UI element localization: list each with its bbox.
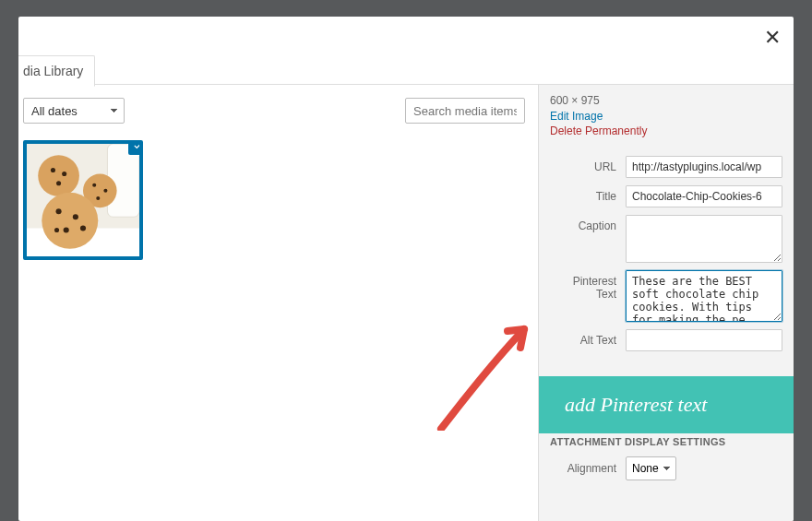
- title-field[interactable]: [626, 185, 782, 207]
- svg-point-5: [42, 193, 98, 249]
- url-label: URL: [550, 156, 626, 173]
- pinterest-text-label: Pinterest Text: [550, 270, 626, 301]
- svg-point-16: [54, 228, 59, 232]
- pinterest-text-field[interactable]: These are the BEST soft chocolate chip c…: [626, 270, 782, 322]
- search-input[interactable]: [405, 98, 525, 124]
- svg-point-11: [96, 196, 100, 200]
- alignment-select[interactable]: None: [626, 456, 676, 480]
- edit-image-link[interactable]: Edit Image: [550, 110, 782, 123]
- url-field[interactable]: [626, 156, 782, 178]
- svg-point-6: [51, 168, 55, 172]
- caption-field[interactable]: [626, 215, 782, 263]
- tab-bar: dia Library: [18, 17, 794, 85]
- display-settings-heading: ATTACHMENT DISPLAY SETTINGS: [550, 436, 782, 447]
- caption-label: Caption: [550, 215, 626, 232]
- media-modal: ✕ dia Library All dates: [18, 17, 794, 521]
- annotation-arrow: [424, 302, 535, 431]
- svg-point-15: [80, 225, 86, 231]
- svg-point-12: [56, 208, 62, 214]
- svg-point-13: [73, 214, 78, 219]
- date-filter-select[interactable]: All dates: [23, 98, 125, 124]
- svg-point-3: [38, 155, 79, 196]
- title-label: Title: [550, 185, 626, 203]
- svg-point-14: [64, 227, 69, 232]
- media-grid-panel: All dates: [18, 85, 538, 521]
- alt-text-field[interactable]: [626, 329, 782, 351]
- media-thumbnail[interactable]: [23, 140, 143, 260]
- delete-permanently-link[interactable]: Delete Permanently: [550, 124, 782, 137]
- callout-banner: add Pinterest text: [539, 376, 794, 433]
- attachment-details-panel: 600 × 975 Edit Image Delete Permanently …: [538, 85, 794, 521]
- alt-text-label: Alt Text: [550, 329, 626, 347]
- cookie-thumbnail-image: [27, 144, 139, 256]
- alignment-label: Alignment: [550, 462, 626, 475]
- svg-point-9: [92, 184, 96, 187]
- svg-point-7: [62, 172, 66, 176]
- svg-point-10: [103, 189, 107, 193]
- svg-point-8: [56, 181, 61, 185]
- tab-media-library[interactable]: dia Library: [18, 55, 95, 87]
- selected-check-icon: [128, 140, 143, 155]
- image-dimensions: 600 × 975: [550, 94, 782, 107]
